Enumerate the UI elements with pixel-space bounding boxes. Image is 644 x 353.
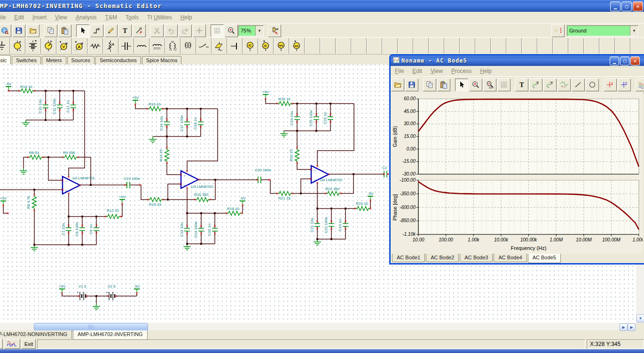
menu-process[interactable]: Process: [447, 68, 476, 74]
plot-panel-phase[interactable]: -100.00-350.00-600.00-850.00-1.10kPhase …: [392, 177, 639, 237]
menu-file[interactable]: File: [0, 14, 10, 21]
component-C16[interactable]: C16 10u: [159, 109, 170, 136]
menu-analysis[interactable]: Analysis: [71, 14, 101, 21]
menu-insert[interactable]: Insert: [28, 14, 51, 21]
component-C20[interactable]: C20 100n: [255, 168, 271, 183]
tab-amp-lmh6702-noninverting[interactable]: AMP-LMH6702-NONINVERTING: [0, 330, 72, 339]
component-C22[interactable]: C22 100n: [324, 209, 334, 239]
supply--5V[interactable]: -5V: [6, 82, 12, 92]
component-C7[interactable]: C7 10u: [61, 217, 71, 245]
annotate-curve-button[interactable]: 7: [529, 79, 542, 91]
menu-view[interactable]: View: [51, 14, 71, 21]
label-curve-button[interactable]: ?: [543, 79, 557, 91]
supply-+5V[interactable]: +5V: [59, 284, 66, 294]
bode-minimize-button[interactable]: ▁: [610, 56, 619, 65]
cursor-a-button[interactable]: a: [604, 79, 617, 91]
component-V2[interactable]: +V2 5: [106, 284, 117, 300]
component-C14[interactable]: C14 100n: [194, 213, 204, 244]
component-C25[interactable]: C25 100n: [309, 104, 319, 131]
scroll-right-button[interactable]: ▶: [620, 323, 628, 331]
component-C15[interactable]: C15 1n: [207, 213, 218, 244]
component-C18[interactable]: C18 1n: [193, 109, 204, 136]
component-R25[interactable]: R25 10: [276, 97, 293, 106]
diagram-window-button[interactable]: [4, 339, 20, 349]
component-button-transformer[interactable]: ML1L2: [165, 38, 181, 54]
component-C26[interactable]: C26 1n: [323, 104, 333, 131]
menu-edit[interactable]: Edit: [408, 68, 426, 74]
component-button-ammeter[interactable]: A: [72, 38, 87, 54]
text-tool-button[interactable]: T: [515, 79, 528, 91]
close-button[interactable]: ✕: [633, 1, 643, 11]
plot-panel-gain[interactable]: 60.0045.0030.0015.000.00-15.00-30.00Gain…: [392, 96, 639, 176]
component-button-potentiometer[interactable]: [103, 38, 118, 54]
tab-ac-bode5[interactable]: AC Bode5: [528, 254, 561, 263]
component-R22[interactable]: R22 350: [325, 187, 342, 196]
web-button[interactable]: [0, 24, 11, 37]
tab-spice-macros[interactable]: Spice Macros: [142, 56, 182, 64]
bode-plots[interactable]: 60.0045.0030.0015.000.00-15.00-30.00Gain…: [391, 92, 643, 254]
component-button-resistor[interactable]: [87, 38, 103, 54]
menu-ti-utilities[interactable]: TI Utilities: [143, 14, 176, 21]
exit-button[interactable]: Exit: [22, 339, 36, 349]
component-R13[interactable]: R13 10: [18, 85, 35, 93]
ground-combo-arrow[interactable]: ▼: [630, 26, 638, 36]
component-button-inductor-core[interactable]: [149, 38, 165, 54]
menu-view[interactable]: View: [426, 68, 447, 74]
component-R15[interactable]: R15 33: [147, 198, 164, 207]
component-R14[interactable]: R14 25: [159, 147, 169, 164]
component-button-ic-plus[interactable]: IC: [258, 38, 274, 54]
ground-symbol[interactable]: [20, 168, 27, 174]
component-C8[interactable]: C8 100n: [75, 217, 85, 245]
menu-help[interactable]: Help: [176, 14, 196, 21]
tab-ac-bode4[interactable]: AC Bode4: [494, 254, 526, 262]
ground-symbol[interactable]: [22, 120, 30, 126]
ground-symbol[interactable]: [280, 131, 288, 137]
cut-button-sliver[interactable]: [0, 339, 3, 349]
tab-sources[interactable]: Sources: [67, 56, 94, 64]
component-button-voltage-generator[interactable]: [41, 38, 56, 54]
ellipse-tool-button[interactable]: [586, 79, 599, 91]
tab-ac-bode1[interactable]: AC Bode1: [392, 254, 425, 262]
component-button-voltage-source[interactable]: [10, 38, 25, 54]
component-R12[interactable]: R12 10: [105, 209, 122, 219]
component-V1[interactable]: +V1 5: [77, 284, 87, 300]
component-C2[interactable]: C2: [382, 166, 389, 177]
wire-tool-button[interactable]: [90, 24, 103, 37]
supply--5V[interactable]: -5V: [368, 192, 374, 201]
ground-select-combo[interactable]: Ground▼: [567, 25, 638, 36]
add-curves-button[interactable]: [636, 79, 644, 91]
supply-+5V[interactable]: +5V: [132, 96, 139, 105]
delete-tool-button[interactable]: [133, 24, 146, 37]
draw-tool-button[interactable]: [104, 24, 118, 37]
menu-t-m[interactable]: T&M: [101, 14, 121, 21]
component-C11[interactable]: C11 100n: [52, 91, 63, 120]
tab-meters[interactable]: Meters: [42, 56, 66, 64]
open-button[interactable]: [391, 79, 404, 91]
copy-button[interactable]: [423, 79, 436, 91]
component-R9[interactable]: R9 350: [62, 151, 79, 160]
component-R18[interactable]: R18 10: [226, 207, 243, 216]
component-R24[interactable]: R24 10: [354, 201, 371, 211]
component-R6[interactable]: R6 51: [27, 151, 44, 160]
component-C23[interactable]: C23 1n: [338, 209, 348, 239]
open-button[interactable]: [26, 24, 39, 37]
horizontal-scrollbar[interactable]: ▶ ▶: [0, 323, 636, 330]
supply--5V[interactable]: -5V: [240, 196, 246, 206]
paste-button[interactable]: [58, 24, 71, 37]
cursor-tool-button[interactable]: [455, 79, 468, 91]
bode-plot-area[interactable]: 60.0045.0030.0015.000.00-15.00-30.00Gain…: [391, 92, 643, 254]
menu-help[interactable]: Help: [476, 68, 496, 74]
component-R16[interactable]: R16 350: [194, 193, 211, 202]
recent-component-button[interactable]: 1K: [268, 24, 281, 37]
zoom-100-button[interactable]: 100%: [483, 79, 496, 91]
component-button-terminal[interactable]: [227, 38, 243, 54]
component-C10[interactable]: C10 10u: [38, 91, 48, 120]
select-mode-button[interactable]: ☞: [551, 24, 565, 37]
tab-semiconductors[interactable]: Semiconductors: [95, 56, 141, 64]
bode-maximize-button[interactable]: ▢: [620, 56, 629, 65]
cursor-b-button[interactable]: b: [618, 79, 631, 91]
supply--5V[interactable]: -5V: [134, 284, 140, 294]
component-button-inductor[interactable]: [134, 38, 149, 54]
tab-amp-lmh6702-inverting[interactable]: AMP-LMH6702-INVERTING: [73, 330, 148, 340]
component-R19[interactable]: R19 10: [147, 102, 164, 111]
